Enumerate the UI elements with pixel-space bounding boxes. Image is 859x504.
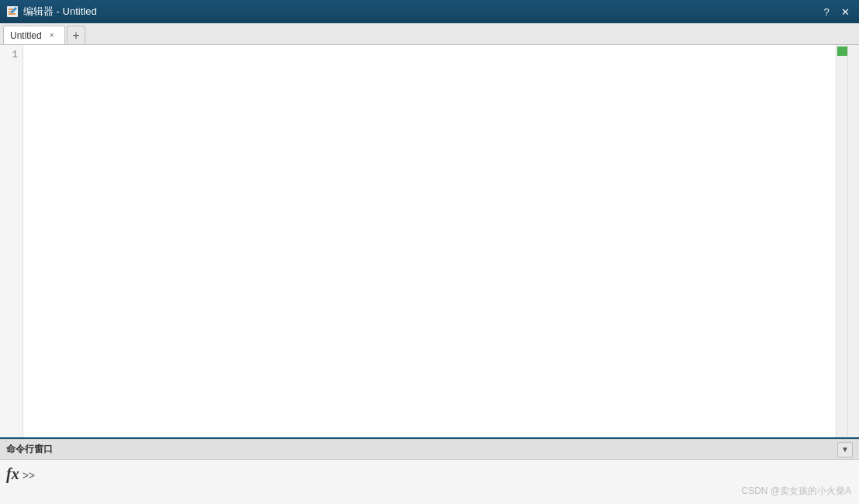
command-window-title: 命令行窗口: [6, 443, 53, 456]
command-window: 命令行窗口 ▼ fx >>: [0, 439, 859, 504]
tab-bar: Untitled × +: [0, 23, 859, 45]
tab-close-icon[interactable]: ×: [47, 30, 57, 41]
line-numbers-panel: 1: [0, 45, 23, 437]
fx-icon: fx: [6, 466, 19, 482]
editor-container: 1: [0, 45, 859, 439]
close-button[interactable]: ✕: [837, 4, 853, 19]
scrollbar-indicator: [837, 47, 847, 56]
title-bar-title: 编辑器 - Untitled: [23, 5, 97, 19]
command-body: fx >>: [0, 460, 859, 504]
watermark: CSDN @卖女孩的小火柴A: [741, 485, 851, 498]
title-bar-left: 编辑器 - Untitled: [6, 5, 97, 19]
editor-textarea[interactable]: [23, 45, 836, 437]
editor-icon: [6, 5, 19, 18]
command-collapse-button[interactable]: ▼: [837, 442, 853, 457]
right-panel-strip: [847, 45, 859, 437]
app-wrapper: 编辑器 - Untitled ? ✕ Untitled × + 1: [0, 0, 859, 504]
title-bar: 编辑器 - Untitled ? ✕: [0, 0, 859, 23]
editor-scrollbar[interactable]: [836, 45, 847, 437]
chevron-icon: >>: [23, 469, 35, 482]
title-bar-controls: ? ✕: [819, 4, 853, 19]
editor-area[interactable]: [23, 45, 836, 437]
line-number-1: 1: [12, 48, 18, 62]
help-button[interactable]: ?: [819, 4, 834, 19]
tab-untitled[interactable]: Untitled ×: [3, 26, 65, 44]
tab-add-button[interactable]: +: [67, 26, 85, 44]
tab-label: Untitled: [10, 30, 42, 41]
command-header: 命令行窗口 ▼: [0, 440, 859, 460]
